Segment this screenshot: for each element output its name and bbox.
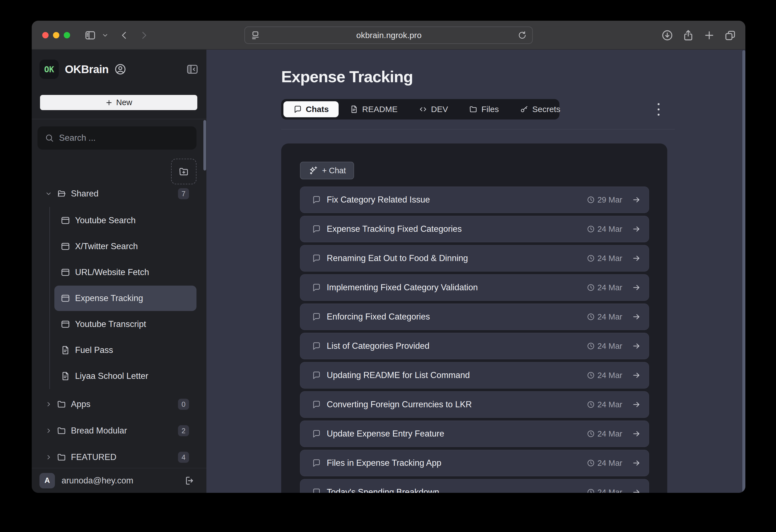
tab-label: Chats xyxy=(306,105,329,114)
sidebar-item-expense-tracking[interactable]: Expense Tracking xyxy=(32,285,206,311)
tab-label: Files xyxy=(481,105,499,114)
toolbar-actions xyxy=(661,21,736,50)
chat-row[interactable]: Renaming Eat Out to Food & Dinning 24 Ma… xyxy=(300,245,649,272)
sidebar-folder-apps[interactable]: Apps 0 xyxy=(32,397,206,411)
window-icon xyxy=(60,241,70,251)
arrow-right-icon[interactable] xyxy=(632,458,641,468)
sidebar-folder-featured[interactable]: FEATURED 4 xyxy=(32,450,206,465)
sidebar-item-fuel-pass[interactable]: Fuel Pass xyxy=(32,337,206,363)
sidebar: OK OKBrain New xyxy=(32,50,206,493)
zoom-window-button[interactable] xyxy=(64,32,70,38)
key-icon xyxy=(520,105,529,114)
sidebar-folder-shared[interactable]: Shared 7 xyxy=(32,187,206,201)
arrow-right-icon[interactable] xyxy=(632,195,641,204)
arrow-right-icon[interactable] xyxy=(632,253,641,263)
chevron-right-icon[interactable] xyxy=(45,401,52,408)
arrow-right-icon[interactable] xyxy=(632,341,641,351)
chat-row[interactable]: Updating README for List Command 24 Mar xyxy=(300,362,649,388)
chat-date: 24 Mar xyxy=(597,225,622,234)
chat-title: Update Expense Entry Feature xyxy=(327,429,444,439)
minimize-window-button[interactable] xyxy=(53,32,59,38)
sidebar-toggle-icon[interactable] xyxy=(84,21,96,50)
clock-icon xyxy=(587,225,595,233)
arrow-right-icon[interactable] xyxy=(632,400,641,409)
add-folder-button[interactable] xyxy=(171,159,196,184)
tab-chats[interactable]: Chats xyxy=(283,101,339,117)
chevron-down-icon[interactable] xyxy=(102,21,109,50)
back-button[interactable] xyxy=(119,21,130,50)
tab-secrets[interactable]: Secrets xyxy=(510,101,570,117)
logout-icon[interactable] xyxy=(184,476,194,486)
folder-icon xyxy=(469,105,478,114)
chat-row[interactable]: Expense Tracking Fixed Categories 24 Mar xyxy=(300,216,649,242)
folder-label: FEATURED xyxy=(71,452,117,462)
chat-row[interactable]: Files in Expense Tracking App 24 Mar xyxy=(300,450,649,476)
folder-label: Bread Modular xyxy=(71,426,127,436)
item-label: Youtube Transcript xyxy=(75,319,146,329)
chat-bubble-icon xyxy=(312,195,321,204)
collapse-sidebar-icon[interactable] xyxy=(186,63,199,75)
chevron-down-icon[interactable] xyxy=(45,190,52,197)
new-tab-icon[interactable] xyxy=(703,29,715,41)
chevron-right-icon[interactable] xyxy=(45,454,52,461)
item-label: Expense Tracking xyxy=(75,293,143,303)
new-button[interactable]: New xyxy=(40,95,197,110)
sidebar-item-liyaa-school-letter[interactable]: Liyaa School Letter xyxy=(32,363,206,389)
tab-overview-icon[interactable] xyxy=(724,29,736,41)
arrow-right-icon[interactable] xyxy=(632,224,641,234)
search-input[interactable] xyxy=(59,133,189,143)
clock-icon xyxy=(587,429,595,438)
sidebar-item-youtube-search[interactable]: Youtube Search xyxy=(32,207,206,233)
chat-date: 24 Mar xyxy=(597,283,622,292)
more-options-icon[interactable] xyxy=(653,101,663,118)
clock-icon xyxy=(587,284,595,292)
forward-button[interactable] xyxy=(139,21,149,50)
share-icon[interactable] xyxy=(682,29,694,41)
tab-files[interactable]: Files xyxy=(459,101,509,117)
window-icon xyxy=(60,268,70,277)
tab-readme[interactable]: README xyxy=(340,101,407,117)
chevron-right-icon[interactable] xyxy=(45,427,52,434)
arrow-right-icon[interactable] xyxy=(632,429,641,438)
chat-date: 24 Mar xyxy=(597,400,622,409)
item-label: Youtube Search xyxy=(75,215,136,225)
chat-row[interactable]: Implementing Fixed Category Validation 2… xyxy=(300,274,649,301)
close-window-button[interactable] xyxy=(42,32,48,38)
chat-title: List of Categories Provided xyxy=(327,341,429,351)
arrow-right-icon[interactable] xyxy=(632,488,641,493)
chat-row[interactable]: List of Categories Provided 24 Mar xyxy=(300,333,649,359)
address-bar[interactable]: okbrain.ngrok.pro xyxy=(244,26,533,44)
folder-icon xyxy=(56,426,66,436)
page-scrollbar[interactable] xyxy=(742,50,745,493)
sidebar-folder-bread-modular[interactable]: Bread Modular 2 xyxy=(32,423,206,438)
sidebar-item-url-website-fetch[interactable]: URL/Website Fetch xyxy=(32,259,206,285)
chat-date: 24 Mar xyxy=(597,488,622,493)
chat-bubble-icon xyxy=(312,283,321,292)
tab-dev[interactable]: DEV xyxy=(409,101,458,117)
sidebar-item-x-twitter-search[interactable]: X/Twitter Search xyxy=(32,233,206,259)
plus-icon xyxy=(105,99,113,107)
downloads-icon[interactable] xyxy=(661,29,673,41)
chat-date: 29 Mar xyxy=(597,195,622,204)
chat-row[interactable]: Update Expense Entry Feature 24 Mar xyxy=(300,420,649,447)
user-circle-icon[interactable] xyxy=(114,63,127,75)
chat-row[interactable]: Today's Spending Breakdown 24 Mar xyxy=(300,479,649,493)
clock-icon xyxy=(587,254,595,262)
folder-label: Shared xyxy=(71,189,99,199)
sidebar-scrollbar[interactable] xyxy=(203,120,206,171)
arrow-right-icon[interactable] xyxy=(632,371,641,380)
new-chat-button[interactable]: + Chat xyxy=(300,162,354,179)
reload-icon[interactable] xyxy=(518,31,527,40)
page-format-icon[interactable] xyxy=(250,30,260,40)
clock-icon xyxy=(587,342,595,350)
chat-row[interactable]: Fix Category Related Issue 29 Mar xyxy=(300,187,649,213)
clock-icon xyxy=(587,313,595,321)
sidebar-divider xyxy=(32,119,206,119)
chat-row[interactable]: Converting Foreign Currencies to LKR 24 … xyxy=(300,391,649,418)
arrow-right-icon[interactable] xyxy=(632,312,641,322)
chat-date: 24 Mar xyxy=(597,429,622,438)
chat-row[interactable]: Enforcing Fixed Categories 24 Mar xyxy=(300,304,649,330)
arrow-right-icon[interactable] xyxy=(632,283,641,292)
sidebar-item-youtube-transcript[interactable]: Youtube Transcript xyxy=(32,311,206,337)
main-content: Expense Tracking Chats README DEV Files xyxy=(206,50,745,493)
